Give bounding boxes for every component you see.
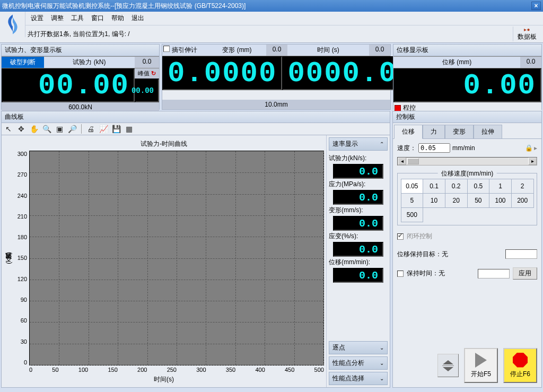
menu-window[interactable]: 窗口 bbox=[88, 13, 107, 24]
speed-preset-2[interactable]: 2 bbox=[511, 179, 534, 194]
speed-preset-50[interactable]: 50 bbox=[467, 193, 490, 208]
jog-updown-button[interactable] bbox=[437, 354, 459, 377]
peak-reset-icon[interactable]: ↻ bbox=[151, 70, 156, 76]
tab-tensile[interactable]: 拉伸 bbox=[474, 125, 502, 139]
force-value-lcd: 00.00 bbox=[2, 68, 135, 102]
menu-adjust[interactable]: 调整 bbox=[48, 13, 67, 24]
hold-target-input[interactable] bbox=[505, 249, 537, 259]
export-icon[interactable]: 💾 bbox=[111, 124, 121, 134]
speed-preset-1[interactable]: 1 bbox=[489, 179, 512, 194]
chart-title: 试验力-时间曲线 bbox=[4, 137, 324, 151]
chart-type-icon[interactable]: 📈 bbox=[99, 124, 108, 134]
speed-input[interactable] bbox=[418, 143, 450, 153]
speed-preset-0.2[interactable]: 0.2 bbox=[445, 179, 468, 194]
x-tick: 350 bbox=[226, 367, 235, 373]
hold-time-input[interactable] bbox=[478, 269, 510, 278]
y-tick: 90 bbox=[13, 297, 27, 303]
databoard-label: 数据板 bbox=[518, 32, 537, 41]
hold-time-checkbox[interactable] bbox=[397, 271, 404, 277]
x-tick: 300 bbox=[196, 367, 206, 373]
print-icon[interactable]: 🖨 bbox=[86, 124, 95, 134]
grid-icon[interactable]: ▦ bbox=[124, 124, 134, 134]
perf-analysis-section[interactable]: 性能点分析⌄ bbox=[329, 356, 388, 370]
start-button[interactable]: 开始F5 bbox=[464, 348, 498, 383]
stop-button[interactable]: 停止F6 bbox=[503, 348, 537, 383]
tab-force[interactable]: 力 bbox=[423, 125, 445, 139]
speed-scrollbar[interactable]: ◂ ▸ bbox=[397, 157, 537, 165]
rate-item-value: 0.0 bbox=[333, 268, 383, 283]
x-tick: 450 bbox=[285, 367, 294, 373]
speed-preset-5[interactable]: 5 bbox=[401, 193, 424, 208]
chart-plot[interactable] bbox=[29, 151, 324, 365]
speed-preset-20[interactable]: 20 bbox=[445, 193, 468, 208]
databoard-toggle[interactable]: ▸● 数据板 bbox=[513, 27, 541, 41]
tab-displacement[interactable]: 位移 bbox=[394, 125, 423, 139]
scroll-right-icon[interactable]: ▸ bbox=[528, 158, 537, 165]
control-panel: 控制板 位移 力 变形 拉伸 速度： mm/min 🔒▸ ◂ ▸ 位移速度(mm… bbox=[392, 111, 542, 388]
tab-deform[interactable]: 变形 bbox=[445, 125, 474, 139]
menu-help[interactable]: 帮助 bbox=[108, 13, 127, 24]
expand-icon: ⌄ bbox=[380, 360, 384, 366]
apply-button[interactable]: 应用 bbox=[513, 267, 537, 280]
displacement-label: 位移 (mm) bbox=[393, 57, 520, 68]
zoom-box-icon[interactable]: ▣ bbox=[55, 124, 64, 134]
speed-unit: mm/min bbox=[452, 144, 475, 152]
extensometer-checkbox[interactable] bbox=[163, 46, 170, 52]
force-display-panel: 试验力、变形显示板 破型判断 试验力 (kN) 0.0 00.00 峰值 ↻ 0… bbox=[1, 44, 160, 110]
menu-settings[interactable]: 设置 bbox=[28, 13, 47, 24]
rate-item-value: 0.0 bbox=[333, 164, 383, 179]
zoom-reset-icon[interactable]: 🔎 bbox=[67, 124, 77, 134]
speed-preset-500[interactable]: 500 bbox=[401, 207, 424, 222]
speed-preset-0.5[interactable]: 0.5 bbox=[467, 179, 490, 194]
y-tick: 210 bbox=[13, 213, 27, 220]
close-icon[interactable]: × bbox=[531, 2, 541, 10]
x-tick: 250 bbox=[167, 367, 177, 373]
collapse-icon: ⌃ bbox=[380, 141, 384, 147]
speed-preset-100[interactable]: 100 bbox=[489, 193, 512, 208]
speed-preset-0.05[interactable]: 0.05 bbox=[401, 179, 424, 194]
y-axis-ticks: 3002702402101801501209060300 bbox=[13, 151, 29, 365]
hold-target-label: 位移保持目标：无 bbox=[397, 250, 448, 259]
x-tick: 200 bbox=[137, 367, 147, 373]
curve-panel-header: 曲线板 bbox=[2, 111, 390, 123]
lock-icon: 🔒 bbox=[525, 144, 533, 152]
speed-preset-200[interactable]: 200 bbox=[511, 193, 534, 208]
perf-select-section[interactable]: 性能点选择⌄ bbox=[329, 372, 388, 385]
rate-item-value: 0.0 bbox=[333, 216, 383, 231]
crosshair-tool-icon[interactable]: ✥ bbox=[16, 124, 26, 134]
rate-item-label: 应力(MPa/s): bbox=[329, 180, 388, 189]
x-tick: 0 bbox=[29, 367, 32, 373]
closed-loop-checkbox[interactable] bbox=[397, 233, 404, 240]
x-axis-label: 时间(s) bbox=[4, 374, 324, 385]
y-tick: 150 bbox=[13, 255, 27, 261]
speed-preset-group: 位移速度(mm/min) 0.050.10.20.512510205010020… bbox=[397, 173, 537, 225]
scroll-left-icon[interactable]: ◂ bbox=[398, 158, 406, 165]
y-tick: 120 bbox=[13, 276, 27, 282]
menu-tools[interactable]: 工具 bbox=[68, 13, 87, 24]
closed-loop-label: 闭环控制 bbox=[407, 232, 432, 241]
zoom-in-icon[interactable]: 🔍 bbox=[42, 124, 51, 134]
force-zero: 0.0 bbox=[135, 57, 159, 68]
arrow-down-icon bbox=[443, 367, 453, 371]
speed-label: 速度： bbox=[397, 144, 416, 153]
menu-bar: 设置 调整 工具 窗口 帮助 退出 bbox=[25, 12, 543, 25]
speed-preset-0.1[interactable]: 0.1 bbox=[423, 179, 445, 194]
play-icon bbox=[475, 353, 487, 368]
rate-section-header[interactable]: 速率显示⌃ bbox=[329, 137, 388, 151]
speed-preset-10[interactable]: 10 bbox=[423, 193, 445, 208]
info-text: 共打开数据1条, 当前位置为1, 编号: / bbox=[28, 30, 513, 39]
rate-item-label: 试验力(kN/s): bbox=[329, 154, 388, 163]
pan-tool-icon[interactable]: ✋ bbox=[29, 124, 39, 134]
menu-exit[interactable]: 退出 bbox=[128, 13, 147, 24]
displacement-value-lcd: 0.00 bbox=[393, 68, 541, 102]
lock-toggle[interactable]: 🔒▸ bbox=[525, 144, 537, 152]
pointer-tool-icon[interactable]: ↖ bbox=[4, 124, 13, 134]
break-judge-button[interactable]: 破型判断 bbox=[2, 57, 44, 68]
deform-zero: 0.0 bbox=[266, 45, 287, 56]
displacement-panel: 位移显示板 位移 (mm) 0.0 0.00 程控 bbox=[393, 44, 542, 110]
y-tick: 270 bbox=[13, 171, 27, 178]
scroll-thumb[interactable] bbox=[407, 158, 419, 164]
rate-item-label: 应变(%/s): bbox=[329, 232, 388, 241]
points-section[interactable]: 逐点⌄ bbox=[329, 341, 388, 354]
deform-range: 10.0mm bbox=[162, 100, 390, 109]
